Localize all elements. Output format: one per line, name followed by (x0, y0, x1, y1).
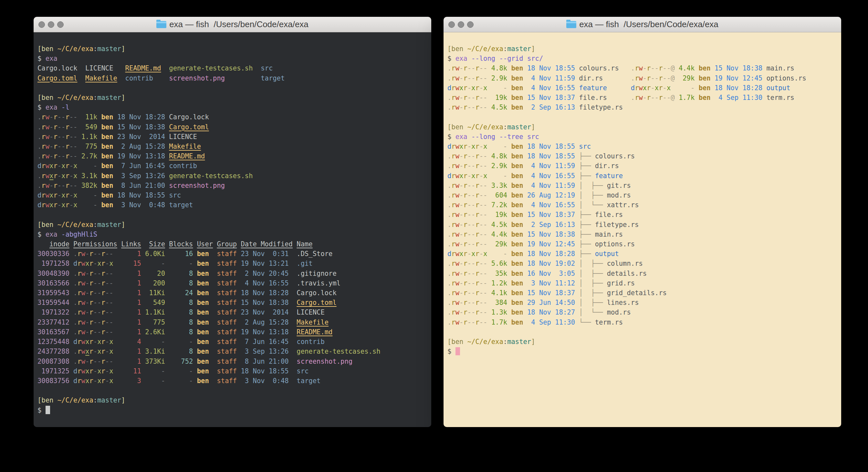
terminal-line: [ben ~/C/e/exa:master] (447, 122, 839, 132)
terminal-line: [ben ~/C/e/exa:master] (447, 337, 839, 347)
terminal-line: 12375448 drwxr-xr-x 4 - - ben staff 7 Ju… (37, 337, 429, 347)
terminal-line: drwxr-xr-x - ben 4 Nov 16:55 ├── feature (447, 171, 839, 181)
terminal-window-dark: exa — fish /Users/ben/Code/exa/exa [ben … (34, 17, 431, 427)
window-title: exa — fish /Users/ben/Code/exa/exa (579, 20, 718, 29)
terminal-line: .rw-r--r-- 19k ben 15 Nov 18:37 ├── file… (447, 210, 839, 219)
terminal-line: [ben ~/C/e/exa:master] (37, 44, 429, 54)
terminal-line: drwxr-xr-x - ben 4 Nov 16:55 feature drw… (447, 83, 839, 93)
zoom-button[interactable] (57, 21, 64, 28)
close-button[interactable] (38, 21, 45, 28)
terminal-line: [ben ~/C/e/exa:master] (37, 220, 429, 230)
terminal-line: 30163567 .rw-r--r-- 1 2.6Ki 8 ben staff … (37, 327, 429, 337)
terminal-line: .rw-r--r-- 7.2k ben 4 Nov 16:55 │ └── xa… (447, 200, 839, 210)
terminal-window-light: exa — fish /Users/ben/Code/exa/exa [ben … (443, 17, 841, 427)
terminal-line: .rw-r--r-- 4.5k ben 2 Sep 16:13 ├── file… (447, 220, 839, 230)
terminal-line: .rw-r--r-- 29k ben 19 Nov 12:45 ├── opti… (447, 239, 839, 249)
terminal-line: 31959543 .rw-r--r-- 1 11Ki 24 ben staff … (37, 288, 429, 298)
terminal-line: .rw-r--r-- 2.9k ben 4 Nov 11:59 ├── dir.… (447, 161, 839, 171)
terminal-line: .rw-r--r-- 4.1k ben 15 Nov 18:37 │ ├── g… (447, 288, 839, 298)
terminal-line (37, 83, 429, 93)
terminal-line: .rw-r--r-- 384 ben 29 Jun 14:50 │ ├── li… (447, 298, 839, 307)
terminal-line: .rw-r--r-- 4.4k ben 15 Nov 18:38 ├── mai… (447, 230, 839, 239)
titlebar[interactable]: exa — fish /Users/ben/Code/exa/exa (34, 17, 431, 32)
terminal-line (447, 327, 839, 337)
window-title-group: exa — fish /Users/ben/Code/exa/exa (156, 20, 309, 29)
terminal-line: .rw-r--r-- 775 ben 2 Aug 15:28 Makefile (37, 142, 429, 151)
terminal-line: drwxr-xr-x - ben 18 Nov 18:55 src (37, 190, 429, 200)
terminal-line: .rw-r--r-- 1.1k ben 23 Nov 2014 LICENCE (37, 132, 429, 142)
terminal-line: drwxr-xr-x - ben 18 Nov 18:55 src (447, 142, 839, 151)
traffic-lights (38, 17, 64, 32)
terminal-line: .rw-r--r-- 1.3k ben 18 Nov 18:27 │ └── m… (447, 307, 839, 317)
terminal-line: 24377288 .rwxr-xr-x 1 3.1Ki 8 ben staff … (37, 347, 429, 356)
terminal-line: [ben ~/C/e/exa:master] (447, 44, 839, 54)
terminal-line: .rw-r--r-- 4.8k ben 18 Nov 18:55 ├── col… (447, 151, 839, 161)
terminal-line: inode Permissions Links Size Blocks User… (37, 239, 429, 249)
terminal-line: .rw-r--r-- 5.6k ben 18 Nov 19:02 │ ├── c… (447, 259, 839, 268)
terminal-line: .rw-r--r-- 2.7k ben 19 Nov 13:18 README.… (37, 151, 429, 161)
terminal-line: 20087308 .rw-r--r-- 1 373Ki 752 ben staf… (37, 357, 429, 366)
cursor (456, 347, 460, 356)
folder-icon (566, 21, 576, 28)
cursor (45, 406, 51, 414)
terminal-line: [ben ~/C/e/exa:master] (37, 93, 429, 102)
terminal-line: 23377412 .rw-r--r-- 1 775 8 ben staff 2 … (37, 318, 429, 327)
terminal-line: 31959544 .rw-r--r-- 1 549 8 ben staff 15… (37, 298, 429, 307)
terminal-line: $ exa -abghHliS (37, 230, 429, 239)
minimize-button[interactable] (458, 21, 464, 28)
window-title-group: exa — fish /Users/ben/Code/exa/exa (566, 20, 718, 29)
terminal-line: .rw-r--r-- 382k ben 8 Jun 21:00 screensh… (37, 181, 429, 190)
terminal-line: .rw-r--r-- 11k ben 18 Nov 18:28 Cargo.lo… (37, 112, 429, 122)
terminal-line (37, 210, 429, 219)
terminal-line: .rw-r--r-- 1.7k ben 4 Sep 11:30 └── term… (447, 318, 839, 327)
terminal-line: .rw-r--r-- 549 ben 15 Nov 18:38 Cargo.to… (37, 122, 429, 132)
terminal-screen[interactable]: [ben ~/C/e/exa:master]$ exaCargo.lock LI… (34, 32, 431, 427)
terminal-line: .rw-r--r-- 4.5k ben 2 Sep 16:13 filetype… (447, 102, 839, 112)
terminal-line: .rw-r--r-- 604 ben 26 Aug 12:19 │ ├── mo… (447, 190, 839, 200)
terminal-line: $ exa -l (37, 102, 429, 112)
desktop: { "left": { "title": "exa — fish /Users/… (0, 0, 868, 472)
zoom-button[interactable] (467, 21, 473, 28)
terminal-line: $ (447, 347, 839, 356)
minimize-button[interactable] (48, 21, 54, 28)
close-button[interactable] (448, 21, 455, 28)
terminal-line: 30048390 .rw-r--r-- 1 20 8 ben staff 2 N… (37, 269, 429, 278)
terminal-line: Cargo.toml Makefile contrib screenshot.p… (37, 73, 429, 83)
terminal-line: drwxr-xr-x - ben 18 Nov 18:28 ├── output (447, 249, 839, 259)
terminal-line: .rw-r--r-- 3.3k ben 4 Nov 11:59 │ ├── gi… (447, 181, 839, 190)
terminal-line: 1971322 .rw-r--r-- 1 1.1Ki 8 ben staff 2… (37, 307, 429, 317)
terminal-line: drwxr-xr-x - ben 3 Nov 0:48 target (37, 200, 429, 210)
terminal-line: Cargo.lock LICENCE README.md generate-te… (37, 63, 429, 73)
terminal-line: $ exa --long --grid src/ (447, 54, 839, 63)
terminal-line (37, 386, 429, 395)
terminal-line: .rwxr-xr-x 3.1k ben 3 Sep 13:26 generate… (37, 171, 429, 181)
terminal-line: 1971258 drwxr-xr-x 15 - - ben staff 19 N… (37, 259, 429, 268)
terminal-line (447, 112, 839, 122)
terminal-line: $ exa --long --tree src (447, 132, 839, 142)
terminal-line: 30163566 .rw-r--r-- 1 200 8 ben staff 4 … (37, 278, 429, 288)
terminal-line: $ exa (37, 54, 429, 63)
window-title: exa — fish /Users/ben/Code/exa/exa (169, 20, 309, 29)
folder-icon (156, 21, 166, 28)
terminal-line: 30083756 drwxr-xr-x 3 - - ben staff 3 No… (37, 376, 429, 386)
terminal-line: 30030336 .rw-r--r-- 1 6.0Ki 16 ben staff… (37, 249, 429, 259)
terminal-line: 1971325 drwxr-xr-x 11 - - ben staff 18 N… (37, 366, 429, 376)
terminal-line: .rw-r--r-- 4.8k ben 18 Nov 18:55 colours… (447, 63, 839, 73)
titlebar[interactable]: exa — fish /Users/ben/Code/exa/exa (443, 17, 841, 32)
terminal-line: .rw-r--r-- 2.9k ben 4 Nov 11:59 dir.rs .… (447, 73, 839, 83)
terminal-screen[interactable]: [ben ~/C/e/exa:master]$ exa --long --gri… (443, 32, 841, 427)
terminal-line: drwxr-xr-x - ben 7 Jun 16:45 contrib (37, 161, 429, 171)
traffic-lights (448, 17, 473, 32)
terminal-line: .rw-r--r-- 19k ben 15 Nov 18:37 file.rs … (447, 93, 839, 102)
terminal-line: .rw-r--r-- 1.2k ben 3 Nov 11:12 │ ├── gr… (447, 278, 839, 288)
terminal-line: $ (37, 405, 429, 415)
terminal-line: [ben ~/C/e/exa:master] (37, 395, 429, 405)
terminal-line: .rw-r--r-- 35k ben 16 Nov 3:05 │ ├── det… (447, 269, 839, 278)
